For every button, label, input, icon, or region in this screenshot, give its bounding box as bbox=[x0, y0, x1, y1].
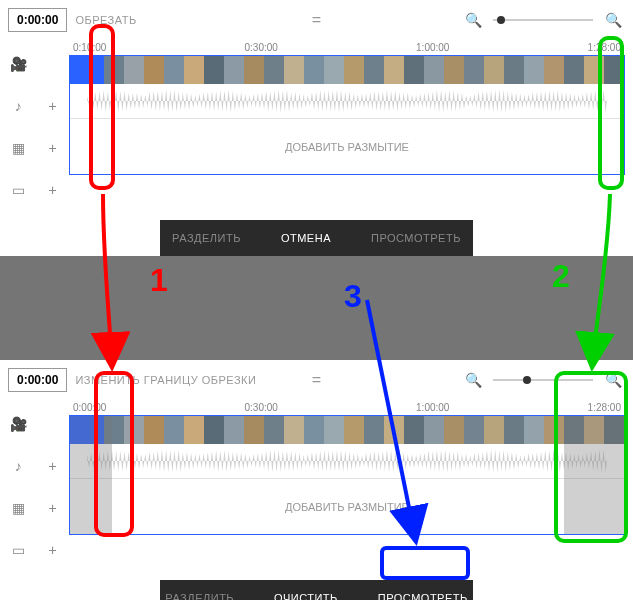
grid-track-icon[interactable]: ▦ bbox=[6, 496, 30, 520]
audio-track[interactable] bbox=[70, 444, 624, 478]
caption-track-icon[interactable]: ▭ bbox=[6, 178, 30, 202]
video-track-icon[interactable]: 🎥 bbox=[6, 412, 30, 436]
ruler-tick: 0:00:00 bbox=[73, 402, 106, 413]
track-type-rail: 🎥 ♪ ▦ ▭ bbox=[0, 400, 36, 574]
video-thumbnail bbox=[484, 56, 504, 84]
track-container[interactable]: ДОБАВИТЬ РАЗМЫТИЕ bbox=[69, 415, 625, 535]
time-display[interactable]: 0:00:00 bbox=[8, 368, 67, 392]
time-ruler: 0:10:00 0:30:00 1:00:00 1:28:00 bbox=[69, 40, 625, 55]
video-thumbnail bbox=[404, 56, 424, 84]
video-thumbnail bbox=[504, 416, 524, 444]
waveform-icon bbox=[87, 449, 608, 473]
video-thumbnail bbox=[124, 416, 144, 444]
video-thumbnail bbox=[464, 416, 484, 444]
video-thumbnail bbox=[264, 56, 284, 84]
video-thumbnail bbox=[244, 416, 264, 444]
add-caption-icon[interactable]: + bbox=[41, 538, 65, 562]
video-thumbnail bbox=[384, 56, 404, 84]
video-thumbnail bbox=[444, 416, 464, 444]
video-thumbnail bbox=[424, 56, 444, 84]
panel-title: ОБРЕЗАТЬ bbox=[75, 14, 136, 26]
waveform-icon bbox=[87, 89, 608, 113]
clip-head[interactable] bbox=[70, 56, 104, 84]
trim-right-region[interactable] bbox=[564, 416, 624, 534]
video-thumbnail bbox=[424, 416, 444, 444]
video-thumbnail bbox=[144, 56, 164, 84]
zoom-in-icon[interactable]: 🔍 bbox=[601, 368, 625, 392]
video-thumbnail bbox=[584, 56, 604, 84]
video-track[interactable] bbox=[70, 416, 624, 444]
ruler-tick: 1:28:00 bbox=[588, 42, 621, 53]
video-thumbnail bbox=[224, 416, 244, 444]
ruler-tick: 0:10:00 bbox=[73, 42, 106, 53]
video-thumbnail bbox=[164, 56, 184, 84]
add-grid-icon[interactable]: + bbox=[41, 136, 65, 160]
time-ruler: 0:00:00 0:30:00 1:00:00 1:28:00 bbox=[69, 400, 625, 415]
audio-track-icon[interactable]: ♪ bbox=[6, 454, 30, 478]
track-container[interactable]: ДОБАВИТЬ РАЗМЫТИЕ bbox=[69, 55, 625, 175]
video-thumbnail bbox=[344, 416, 364, 444]
clear-button[interactable]: ОЧИСТИТЬ bbox=[268, 590, 344, 600]
panel-title: ИЗМЕНИТЬ ГРАНИЦУ ОБРЕЗКИ bbox=[75, 374, 256, 386]
video-thumbnail bbox=[164, 416, 184, 444]
trim-left-region[interactable] bbox=[70, 416, 112, 534]
grid-track-icon[interactable]: ▦ bbox=[6, 136, 30, 160]
caption-track-icon[interactable]: ▭ bbox=[6, 538, 30, 562]
action-bar: РАЗДЕЛИТЬ ОЧИСТИТЬ ПРОСМОТРЕТЬ bbox=[160, 580, 473, 600]
add-audio-icon[interactable]: + bbox=[41, 454, 65, 478]
timeline[interactable]: 0:10:00 0:30:00 1:00:00 1:28:00 ДОБАВИТЬ… bbox=[69, 40, 633, 214]
ruler-tick: 0:30:00 bbox=[245, 402, 278, 413]
video-thumbnail bbox=[444, 56, 464, 84]
video-thumbnail bbox=[504, 56, 524, 84]
video-thumbnail bbox=[524, 416, 544, 444]
ruler-tick: 1:28:00 bbox=[588, 402, 621, 413]
video-thumbnail bbox=[104, 56, 124, 84]
ruler-tick: 0:30:00 bbox=[245, 42, 278, 53]
editor-panel-bottom: 0:00:00 ИЗМЕНИТЬ ГРАНИЦУ ОБРЕЗКИ = 🔍 🔍 🎥… bbox=[0, 360, 633, 600]
video-thumbnail bbox=[264, 416, 284, 444]
video-thumbnail bbox=[144, 416, 164, 444]
video-thumbnail bbox=[304, 56, 324, 84]
split-button[interactable]: РАЗДЕЛИТЬ bbox=[166, 230, 247, 246]
add-caption-icon[interactable]: + bbox=[41, 178, 65, 202]
preview-button[interactable]: ПРОСМОТРЕТЬ bbox=[365, 230, 467, 246]
video-thumbnail bbox=[524, 56, 544, 84]
video-track-icon[interactable]: 🎥 bbox=[6, 52, 30, 76]
video-thumbnail bbox=[544, 56, 564, 84]
add-grid-icon[interactable]: + bbox=[41, 496, 65, 520]
zoom-out-icon[interactable]: 🔍 bbox=[461, 8, 485, 32]
split-button[interactable]: РАЗДЕЛИТЬ bbox=[159, 590, 240, 600]
drag-handle-icon[interactable]: = bbox=[312, 371, 321, 389]
zoom-slider[interactable] bbox=[493, 19, 593, 21]
video-thumbnail bbox=[404, 416, 424, 444]
zoom-out-icon[interactable]: 🔍 bbox=[461, 368, 485, 392]
video-thumbnail bbox=[604, 56, 624, 84]
cancel-button[interactable]: ОТМЕНА bbox=[275, 230, 337, 246]
video-thumbnail bbox=[124, 56, 144, 84]
video-thumbnail bbox=[184, 416, 204, 444]
video-thumbnail bbox=[284, 56, 304, 84]
audio-track[interactable] bbox=[70, 84, 624, 118]
zoom-in-icon[interactable]: 🔍 bbox=[601, 8, 625, 32]
video-thumbnail bbox=[284, 416, 304, 444]
video-thumbnail bbox=[204, 416, 224, 444]
video-thumbnail bbox=[184, 56, 204, 84]
blur-track[interactable]: ДОБАВИТЬ РАЗМЫТИЕ bbox=[70, 478, 624, 534]
audio-track-icon[interactable]: ♪ bbox=[6, 94, 30, 118]
separator bbox=[0, 256, 633, 360]
blur-track[interactable]: ДОБАВИТЬ РАЗМЫТИЕ bbox=[70, 118, 624, 174]
time-display[interactable]: 0:00:00 bbox=[8, 8, 67, 32]
video-track[interactable] bbox=[70, 56, 624, 84]
video-thumbnail bbox=[464, 56, 484, 84]
add-audio-icon[interactable]: + bbox=[41, 94, 65, 118]
add-track-rail: + + + bbox=[36, 400, 69, 574]
drag-handle-icon[interactable]: = bbox=[312, 11, 321, 29]
video-thumbnail bbox=[544, 416, 564, 444]
video-thumbnail bbox=[224, 56, 244, 84]
preview-button[interactable]: ПРОСМОТРЕТЬ bbox=[372, 590, 474, 600]
video-thumbnail bbox=[344, 56, 364, 84]
zoom-slider[interactable] bbox=[493, 379, 593, 381]
timeline[interactable]: 0:00:00 0:30:00 1:00:00 1:28:00 ДОБАВИТЬ… bbox=[69, 400, 633, 574]
ruler-tick: 1:00:00 bbox=[416, 402, 449, 413]
editor-panel-top: 0:00:00 ОБРЕЗАТЬ = 🔍 🔍 🎥 ♪ ▦ ▭ + + + 0:1… bbox=[0, 0, 633, 256]
